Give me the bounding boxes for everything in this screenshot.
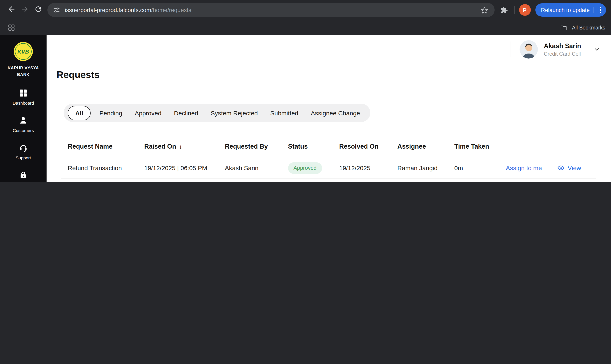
site-settings-icon[interactable] — [52, 6, 61, 14]
bookmarks-bar: All Bookmarks — [0, 20, 611, 35]
toolbar-divider — [514, 6, 514, 14]
screen: issuerportal-preprod.falconfs.com/home/r… — [0, 0, 611, 182]
bank-logo-block: KVB KARUR VYSYA BANK — [0, 35, 47, 78]
column-header-requested-by: Requested By — [225, 143, 288, 150]
folder-icon — [559, 24, 568, 32]
main-content: Akash Sarin Credit Card Cell Requests Al… — [47, 35, 611, 182]
column-header-assignee: Assignee — [397, 143, 454, 150]
sidebar-item-label: Customers — [13, 128, 34, 133]
relaunch-to-update-button[interactable]: Relaunch to update — [535, 3, 606, 17]
apps-grid-icon[interactable] — [6, 22, 17, 33]
tab-submitted[interactable]: Submitted — [264, 104, 305, 122]
table-row: Refund Transaction19/12/2025 | 06:05 PMA… — [61, 157, 596, 179]
sidebar-item-support[interactable]: Support — [0, 138, 47, 165]
back-icon — [7, 5, 16, 15]
bookmark-star-icon[interactable] — [479, 5, 489, 15]
page-title: Requests — [56, 69, 611, 80]
app-window: KVB KARUR VYSYA BANK DashboardCustomersS… — [0, 35, 611, 182]
url-text: issuerportal-preprod.falconfs.com/home/r… — [65, 7, 191, 13]
customers-icon — [18, 115, 28, 125]
sidebar: KVB KARUR VYSYA BANK DashboardCustomersS… — [0, 35, 47, 182]
sidebar-item-customers[interactable]: Customers — [0, 110, 47, 138]
tab-all[interactable]: All — [68, 106, 91, 120]
reload-button[interactable] — [32, 3, 45, 17]
status-badge: Approved — [288, 162, 322, 174]
tab-declined[interactable]: Declined — [168, 104, 205, 122]
user-name: Akash Sarin — [544, 42, 581, 50]
filter-tabs: AllPendingApprovedDeclinedSystem Rejecte… — [64, 104, 370, 122]
status-cell: Approved — [288, 162, 339, 174]
sort-desc-icon: ↓ — [179, 143, 182, 150]
column-header-request-name: Request Name — [61, 143, 144, 150]
forward-button[interactable] — [18, 3, 32, 17]
tab-assignee-change[interactable]: Assignee Change — [305, 104, 366, 122]
tab-approved[interactable]: Approved — [128, 104, 167, 122]
all-bookmarks-button[interactable]: All Bookmarks — [572, 25, 605, 30]
actions-cell: Assign to meView — [501, 164, 596, 172]
browser-profile-avatar[interactable]: P — [519, 4, 530, 16]
extensions-icon[interactable] — [499, 5, 509, 15]
chevron-down-icon[interactable] — [593, 45, 601, 53]
column-header-resolved-on: Resolved On — [339, 143, 397, 150]
resolved-on-cell: 19/12/2025 — [339, 164, 397, 171]
requested-by-cell: Akash Sarin — [225, 164, 288, 171]
tab-system-rejected[interactable]: System Rejected — [205, 104, 264, 122]
user-avatar — [520, 40, 538, 59]
bookmarks-divider — [555, 24, 555, 31]
back-button[interactable] — [5, 3, 18, 17]
column-header-status: Status — [288, 143, 339, 150]
dashboard-icon — [18, 88, 28, 98]
column-header-raised-on[interactable]: Raised On↓ — [144, 143, 225, 150]
table-body: Refund Transaction19/12/2025 | 06:05 PMA… — [61, 157, 596, 182]
sidebar-item-label: Dashboard — [13, 100, 34, 105]
sidebar-item-access-control[interactable]: Access Control — [0, 165, 47, 182]
url-path: /home/requests — [151, 7, 191, 13]
eye-icon — [557, 164, 565, 172]
address-bar[interactable]: issuerportal-preprod.falconfs.com/home/r… — [47, 3, 494, 17]
user-menu[interactable]: Akash Sarin Credit Card Cell — [520, 40, 601, 59]
sidebar-item-dashboard[interactable]: Dashboard — [0, 83, 47, 110]
requests-table: Request NameRaised On↓Requested ByStatus… — [61, 136, 596, 182]
topbar-divider — [510, 41, 511, 57]
more-vert-icon[interactable] — [597, 7, 603, 13]
support-icon — [18, 143, 28, 153]
assignee-cell: Raman Jangid — [397, 164, 454, 171]
forward-icon — [21, 5, 29, 15]
sidebar-nav: DashboardCustomersSupportAccess ControlB… — [0, 83, 47, 182]
sidebar-item-label: Support — [15, 155, 31, 160]
tab-pending[interactable]: Pending — [93, 104, 128, 122]
table-header-row: Request NameRaised On↓Requested ByStatus… — [61, 136, 596, 157]
request-name-cell: Refund Transaction — [61, 164, 144, 171]
view-link[interactable]: View — [557, 164, 581, 172]
bank-name: KARUR VYSYA BANK — [5, 65, 41, 78]
table-row: Post Fee19/12/2025 | 06:04 PMAkash Sarin… — [61, 179, 596, 182]
column-header-time-taken: Time Taken — [454, 143, 501, 150]
kvb-logo: KVB — [14, 42, 33, 61]
relaunch-label: Relaunch to update — [541, 7, 590, 13]
app-topbar: Akash Sarin Credit Card Cell — [47, 35, 611, 64]
lock-icon — [18, 170, 28, 180]
browser-toolbar: issuerportal-preprod.falconfs.com/home/r… — [0, 0, 611, 20]
time-taken-cell: 0m — [454, 164, 501, 171]
user-role: Credit Card Cell — [544, 51, 581, 57]
assign-to-me-link[interactable]: Assign to me — [506, 164, 542, 171]
raised-on-cell: 19/12/2025 | 06:05 PM — [144, 164, 225, 171]
reload-icon — [34, 5, 42, 15]
